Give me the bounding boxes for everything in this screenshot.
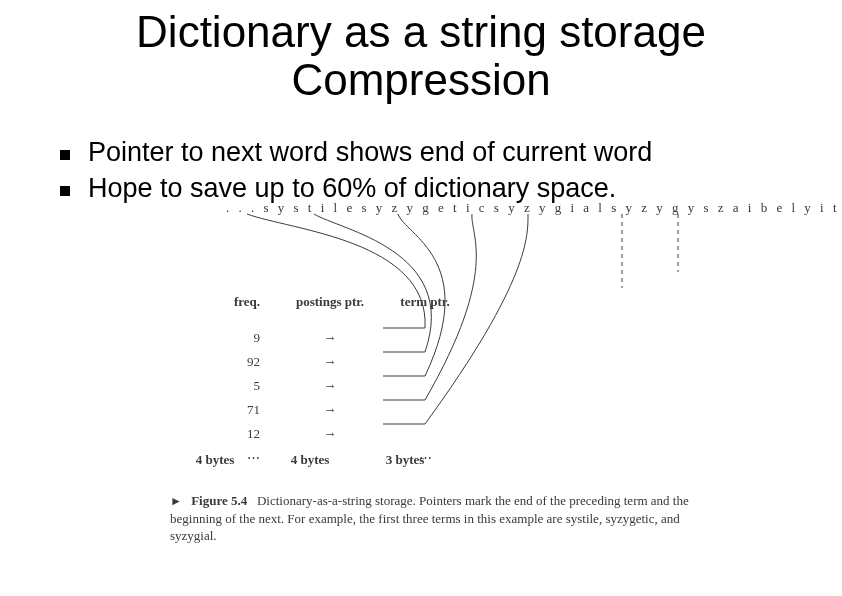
slide-title: Dictionary as a string storage Compressi… — [0, 8, 842, 105]
table-row: 12 → — [170, 422, 470, 446]
header-term: term ptr. — [380, 294, 470, 310]
table-row: 71 → — [170, 398, 470, 422]
figure-table: freq. postings ptr. term ptr. 9 → 92 → 5… — [170, 290, 470, 470]
title-line-2: Compression — [291, 55, 550, 104]
cell-arrow: → — [280, 426, 380, 442]
table-row: 9 → — [170, 326, 470, 350]
table-header-row: freq. postings ptr. term ptr. — [170, 290, 470, 314]
cell-freq: 71 — [170, 402, 280, 418]
header-freq: freq. — [170, 294, 280, 310]
bullet-list: Pointer to next word shows end of curren… — [60, 134, 800, 208]
cell-freq: 92 — [170, 354, 280, 370]
cell-freq: 12 — [170, 426, 280, 442]
bytes-freq: 4 bytes — [170, 452, 260, 468]
figure: . . . s y s t i l e s y z y g e t i c s … — [170, 200, 730, 570]
table-row: 92 → — [170, 350, 470, 374]
bullet-text: Pointer to next word shows end of curren… — [88, 136, 652, 170]
bullet-marker-icon — [60, 186, 70, 196]
cell-arrow: → — [280, 402, 380, 418]
cell-arrow: → — [280, 378, 380, 394]
caption-label: Figure 5.4 — [191, 493, 247, 508]
cell-freq: 9 — [170, 330, 280, 346]
header-postings: postings ptr. — [280, 294, 380, 310]
slide: Dictionary as a string storage Compressi… — [0, 0, 842, 596]
bullet-marker-icon — [60, 150, 70, 160]
bytes-postings: 4 bytes — [260, 452, 360, 468]
cell-arrow: → — [280, 330, 380, 346]
bytes-row: 4 bytes 4 bytes 3 bytes — [170, 452, 450, 468]
figure-caption: ► Figure 5.4 Dictionary-as-a-string stor… — [170, 492, 725, 545]
title-line-1: Dictionary as a string storage — [136, 7, 706, 56]
caption-marker-icon: ► — [170, 494, 182, 508]
cell-freq: 5 — [170, 378, 280, 394]
bytes-term: 3 bytes — [360, 452, 450, 468]
cell-arrow: → — [280, 354, 380, 370]
bullet-item: Pointer to next word shows end of curren… — [60, 136, 800, 170]
caption-text: Dictionary-as-a-string storage. Pointers… — [170, 493, 689, 543]
table-row: 5 → — [170, 374, 470, 398]
